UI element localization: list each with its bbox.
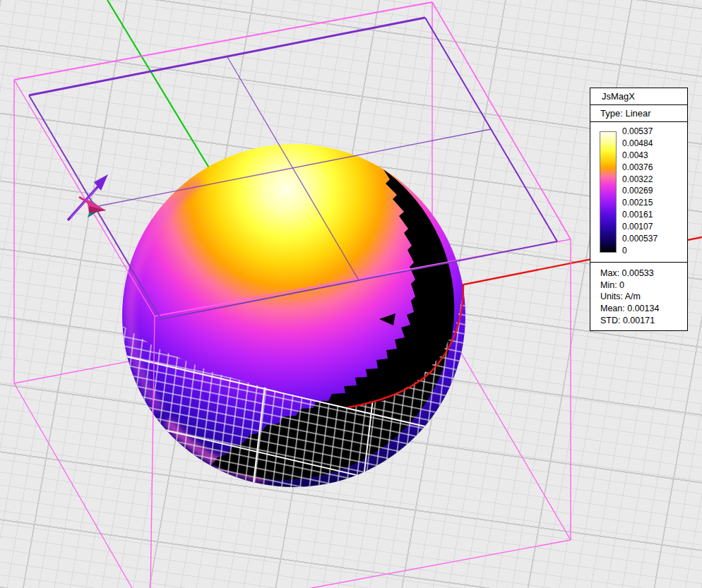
legend-scale-type: Type: Linear [590, 105, 687, 122]
y-axis-line [107, 0, 210, 170]
tick-label: 0.00537 [622, 126, 658, 138]
tick-label: 0.00322 [622, 174, 658, 186]
tick-label: 0.000537 [622, 233, 658, 245]
color-legend-panel: JsMagX Type: Linear 0.00537 0.00484 0.00… [590, 88, 688, 331]
viewport-3d[interactable]: JsMagX Type: Linear 0.00537 0.00484 0.00… [0, 0, 702, 588]
legend-quantity-title: JsMagX [590, 88, 687, 105]
tick-label: 0.00107 [622, 221, 658, 233]
colorbar-tick-labels: 0.00537 0.00484 0.0043 0.00376 0.00322 0… [622, 126, 658, 257]
legend-color-scale: 0.00537 0.00484 0.0043 0.00376 0.00322 0… [590, 122, 687, 263]
tick-label: 0.00215 [622, 197, 658, 209]
axis-triad [68, 174, 108, 220]
tick-label: 0.00376 [622, 162, 658, 174]
stat-max: Max: 0.00533 [600, 268, 687, 280]
tick-label: 0.00484 [622, 138, 658, 150]
tick-label: 0.00161 [622, 209, 658, 221]
tick-label: 0 [622, 245, 658, 257]
stat-std: STD: 0.00171 [600, 315, 687, 327]
legend-statistics: Max: 0.00533 Min: 0 Units: A/m Mean: 0.0… [590, 263, 687, 330]
tick-label: 0.00269 [622, 185, 658, 197]
stat-mean: Mean: 0.00134 [600, 303, 687, 315]
stat-min: Min: 0 [600, 280, 687, 292]
tick-label: 0.0043 [622, 150, 658, 162]
stat-units: Units: A/m [600, 291, 687, 303]
colorbar-gradient [600, 131, 617, 253]
